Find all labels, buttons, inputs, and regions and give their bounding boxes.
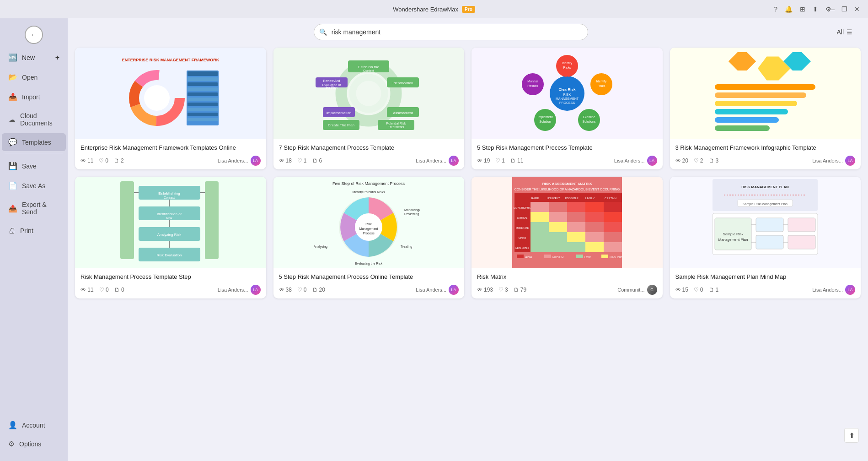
card-image-5step: ClearRisk RISK MANAGEMENT PROCESS Identi…: [472, 48, 663, 139]
svg-rect-160: [756, 218, 783, 232]
svg-rect-162: [788, 218, 815, 232]
card-title-sample-mindmap: Sample Risk Management Plan Mind Map: [675, 273, 856, 281]
svg-rect-126: [585, 212, 604, 222]
svg-text:HIGH: HIGH: [525, 256, 532, 259]
svg-text:Evaluating the Risk: Evaluating the Risk: [355, 262, 382, 266]
template-card-7step[interactable]: Establish the Context Identification Ass…: [273, 48, 465, 169]
sidebar-import-label: Import: [22, 93, 40, 101]
card-info-context: Risk Management Process Template Step 👁 …: [75, 268, 266, 298]
sidebar-item-export[interactable]: 📤 Export & Send: [2, 196, 66, 220]
svg-text:Risk: Risk: [166, 217, 172, 220]
author-info: Lisa Anders... LA: [416, 156, 459, 166]
svg-rect-134: [604, 222, 622, 232]
author-avatar: LA: [251, 285, 261, 295]
save-icon: 💾: [8, 162, 17, 170]
svg-rect-11: [188, 87, 218, 91]
search-input[interactable]: [314, 24, 588, 40]
sidebar-item-save[interactable]: 💾 Save: [2, 157, 66, 175]
templates-grid: ENTERPRISE RISK MANAGEMENT FRAMEWORK: [68, 44, 868, 461]
template-card-enterprise[interactable]: ENTERPRISE RISK MANAGEMENT FRAMEWORK: [75, 48, 266, 169]
svg-text:Analyzing Risk: Analyzing Risk: [157, 233, 182, 237]
likes-stat: ♡ 1: [495, 157, 505, 164]
sidebar-item-print[interactable]: 🖨 Print: [2, 222, 66, 239]
sidebar: ← 🆕 New + 📂 Open 📥 Import ☁ Cloud Docume…: [0, 18, 68, 461]
author-name: Lisa Anders...: [218, 287, 248, 293]
author-info: Lisa Anders... LA: [614, 156, 657, 166]
sidebar-item-cloud[interactable]: ☁ Cloud Documents: [2, 108, 66, 131]
svg-text:Results: Results: [527, 84, 538, 87]
card-meta-risk-matrix: 👁 193 ♡ 3 🗋 79 Communit... C: [477, 285, 657, 295]
sidebar-item-templates[interactable]: 💬 Templates: [2, 133, 66, 151]
author-name: Lisa Anders...: [416, 287, 446, 293]
svg-text:RISK: RISK: [563, 93, 571, 96]
author-info: Lisa Anders... LA: [812, 156, 855, 166]
template-card-sample-mindmap[interactable]: Sample Risk Management Plan RISK MANAGEM…: [670, 177, 861, 298]
svg-rect-9: [188, 77, 218, 81]
card-info-process-online: 5 Step Risk Management Process Online Te…: [273, 268, 465, 298]
author-avatar: LA: [845, 156, 855, 166]
template-card-process-online[interactable]: Five Step of Risk Management Process Ris…: [273, 177, 465, 298]
svg-text:Review And: Review And: [323, 79, 340, 82]
sidebar-item-new[interactable]: 🆕 New +: [2, 49, 66, 66]
svg-rect-131: [549, 222, 567, 232]
svg-rect-133: [585, 222, 604, 232]
filter-button[interactable]: All ☰: [830, 25, 859, 39]
copies-stat: 🗋 79: [514, 287, 526, 293]
author-info: Communit... C: [617, 285, 657, 295]
back-button[interactable]: ←: [25, 26, 43, 44]
copies-stat: 🗋 6: [312, 157, 322, 164]
card-meta-process-online: 👁 38 ♡ 0 🗋 20 Lisa Anders... LA: [279, 285, 459, 295]
upload-icon[interactable]: ⬆: [813, 5, 818, 13]
svg-text:Five Step of Risk Management P: Five Step of Risk Management Process: [332, 181, 405, 186]
sidebar-item-open[interactable]: 📂 Open: [2, 68, 66, 86]
notification-icon[interactable]: 🔔: [785, 5, 793, 13]
svg-text:Process: Process: [363, 232, 375, 235]
template-card-context[interactable]: Scrutinize and Che... Establishing Conte…: [75, 177, 266, 298]
svg-text:Monitor: Monitor: [527, 80, 538, 83]
grid-icon[interactable]: ⊞: [800, 5, 805, 13]
svg-rect-15: [188, 108, 218, 111]
svg-text:Analysing: Analysing: [314, 245, 327, 249]
sidebar-item-options[interactable]: ⚙ Options: [2, 435, 66, 453]
card-info-7step: 7 Step Risk Management Process Template …: [273, 139, 465, 169]
scroll-top-button[interactable]: ⬆: [844, 428, 859, 443]
likes-stat: ♡ 2: [694, 157, 703, 164]
svg-text:NEGLIGIBLE: NEGLIGIBLE: [515, 247, 529, 249]
sidebar-item-import[interactable]: 📥 Import: [2, 88, 66, 106]
svg-text:Identification of: Identification of: [157, 212, 182, 216]
template-card-risk-matrix[interactable]: RISK ASSESSMENT MATRIX CONSIDER THE LIKE…: [472, 177, 663, 298]
close-button[interactable]: ✕: [853, 5, 861, 13]
svg-rect-13: [188, 98, 218, 101]
copies-stat: 🗋 2: [114, 157, 124, 164]
search-container: 🔍: [314, 24, 588, 40]
sidebar-export-label: Export & Send: [22, 201, 59, 216]
help-icon[interactable]: ?: [774, 5, 777, 13]
restore-button[interactable]: ❐: [841, 5, 848, 13]
minimize-button[interactable]: —: [828, 5, 835, 13]
card-meta-7step: 👁 18 ♡ 1 🗋 6 Lisa Anders... LA: [279, 156, 459, 166]
svg-text:Sample Risk Management Plan: Sample Risk Management Plan: [743, 202, 788, 206]
card-meta-5step: 👁 19 ♡ 1 🗋 11 Lisa Anders... LA: [477, 156, 657, 166]
card-meta-enterprise: 👁 11 ♡ 0 🗋 2 Lisa Anders... LA: [80, 156, 261, 166]
svg-text:RISK ASSESSMENT MATRIX: RISK ASSESSMENT MATRIX: [542, 182, 592, 186]
template-card-3risk[interactable]: 3 Risk Management Framework Infographic …: [670, 48, 861, 169]
likes-stat: ♡ 1: [297, 157, 307, 164]
svg-rect-12: [188, 92, 218, 96]
svg-text:Risk: Risk: [365, 222, 372, 226]
svg-text:Sample Risk: Sample Risk: [723, 232, 744, 236]
svg-rect-151: [544, 255, 551, 258]
svg-rect-117: [549, 202, 567, 212]
author-info: Lisa Anders... LA: [218, 285, 261, 295]
export-icon: 📤: [8, 204, 17, 213]
card-info-5step: 5 Step Risk Management Process Template …: [472, 139, 663, 169]
copies-stat: 🗋 20: [312, 287, 325, 293]
options-icon: ⚙: [8, 439, 15, 448]
sidebar-item-account[interactable]: 👤 Account: [2, 416, 66, 434]
author-name: Lisa Anders...: [812, 158, 843, 163]
svg-text:Assessment: Assessment: [393, 111, 413, 115]
likes-stat: ♡ 0: [99, 157, 108, 164]
template-card-5step[interactable]: ClearRisk RISK MANAGEMENT PROCESS Identi…: [472, 48, 663, 169]
svg-text:Management Plan: Management Plan: [718, 238, 748, 242]
print-icon: 🖨: [8, 227, 16, 235]
sidebar-item-saveas[interactable]: 📄 Save As: [2, 177, 66, 195]
